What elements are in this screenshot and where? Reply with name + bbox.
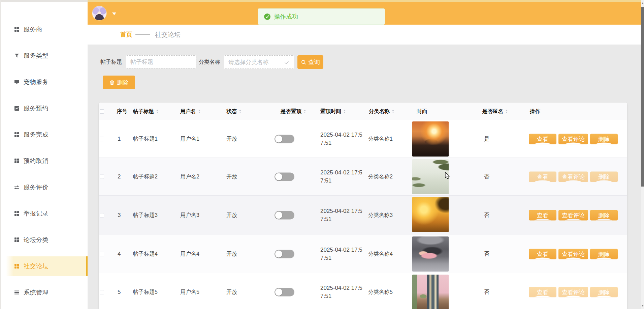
column-header-toggle[interactable]: 是否置顶: [281, 103, 306, 120]
table-row-2[interactable]: 2帖子标题2用户名2开放2025-04-02 17:57:51分类名称2否查看查…: [99, 158, 627, 196]
cell-anonymous: 否: [484, 251, 489, 258]
cell-category: 分类名称1: [368, 135, 393, 142]
grid-icon: [14, 263, 20, 269]
sidebar-item-社交论坛[interactable]: 社交论坛: [1, 253, 88, 279]
cell-index: 2: [118, 173, 121, 180]
cell-username: 用户名2: [180, 173, 199, 180]
column-header-time[interactable]: 置顶时间: [320, 103, 346, 120]
scroll-down-arrow-icon[interactable]: [642, 305, 644, 307]
column-header-cat[interactable]: 分类名称: [369, 103, 394, 120]
row-checkbox[interactable]: [100, 174, 104, 179]
column-header-anon[interactable]: 是否匿名: [482, 103, 508, 120]
row-action-查看评论-button[interactable]: 查看评论: [558, 249, 588, 259]
delete-button[interactable]: 删除: [103, 76, 135, 89]
sort-carets-icon[interactable]: [198, 110, 200, 113]
cover-image-desk-books[interactable]: [412, 275, 449, 309]
sidebar-item-服务完成[interactable]: 服务完成: [1, 121, 88, 148]
avatar-dropdown-caret-icon[interactable]: [112, 12, 116, 15]
pin-toggle[interactable]: [275, 172, 294, 181]
sidebar-item-宠物服务[interactable]: 宠物服务: [1, 69, 88, 95]
table-row-3[interactable]: 3帖子标题3用户名3开放2025-04-02 17:57:51分类名称3否查看查…: [99, 196, 627, 235]
grid-icon: [14, 237, 20, 243]
pin-toggle[interactable]: [275, 288, 294, 296]
grid-icon: [14, 211, 20, 216]
success-toast: 操作成功: [258, 8, 385, 25]
sidebar-item-label: 论坛分类: [24, 236, 49, 244]
row-action-查看-button[interactable]: 查看: [529, 249, 556, 259]
cover-image-sunset-sea[interactable]: [412, 121, 449, 157]
row-action-查看评论-button[interactable]: 查看评论: [558, 134, 588, 144]
cell-index: 1: [118, 136, 121, 142]
column-header-user[interactable]: 用户名: [180, 103, 200, 120]
row-checkbox[interactable]: [100, 290, 104, 294]
cell-anonymous: 否: [484, 173, 489, 180]
sort-carets-icon[interactable]: [506, 110, 508, 113]
cell-status: 开放: [226, 212, 237, 219]
row-action-删除-button[interactable]: 删除: [590, 210, 618, 221]
sidebar-item-论坛分类[interactable]: 论坛分类: [1, 227, 88, 253]
table-body: 1帖子标题1用户名1开放2025-04-02 17:57:51分类名称1是查看查…: [99, 120, 627, 309]
row-checkbox[interactable]: [100, 252, 104, 256]
sidebar-item-系统管理[interactable]: 系统管理: [1, 279, 88, 306]
sort-carets-icon[interactable]: [239, 110, 241, 113]
delete-button-label: 删除: [117, 79, 129, 86]
sort-carets-icon[interactable]: [344, 110, 346, 113]
column-header-label: 操作: [530, 103, 540, 120]
sidebar-item-服务预约[interactable]: 服务预约: [1, 95, 88, 121]
table-row-1[interactable]: 1帖子标题1用户名1开放2025-04-02 17:57:51分类名称1是查看查…: [99, 120, 627, 158]
breadcrumb-current: 社交论坛: [155, 25, 181, 45]
breadcrumb-home[interactable]: 首页: [120, 25, 132, 45]
scroll-up-arrow-icon[interactable]: [642, 2, 644, 4]
row-action-删除-button[interactable]: 删除: [590, 134, 618, 144]
sort-carets-icon[interactable]: [392, 110, 394, 113]
user-avatar[interactable]: [92, 6, 106, 20]
category-select[interactable]: 请选择分类名称: [224, 55, 294, 69]
sidebar-item-服务类型[interactable]: 服务类型: [1, 43, 88, 69]
sidebar-item-举报记录[interactable]: 举报记录: [1, 200, 88, 227]
trash-icon: [109, 80, 115, 85]
row-action-查看评论-button[interactable]: 查看评论: [558, 287, 588, 297]
cell-category: 分类名称4: [368, 251, 393, 258]
sidebar-item-服务评价[interactable]: 服务评价: [1, 174, 88, 200]
column-header-status[interactable]: 状态: [226, 103, 241, 120]
toggle-knob: [275, 173, 282, 180]
sidebar-item-预约取消[interactable]: 预约取消: [1, 148, 88, 174]
cover-image-golden-lake[interactable]: [412, 197, 449, 232]
cover-image-gym-workout[interactable]: [412, 236, 449, 272]
top-header-bar: 操作成功: [88, 2, 641, 25]
scrollbar[interactable]: [641, 0, 644, 309]
row-action-查看-button[interactable]: 查看: [529, 210, 556, 221]
sidebar-item-服务商[interactable]: 服务商: [1, 16, 88, 43]
row-action-删除-button[interactable]: 删除: [590, 287, 618, 297]
row-action-删除-button[interactable]: 删除: [590, 249, 618, 259]
table-row-5[interactable]: 5帖子标题5用户名5开放2025-04-02 17:57:51分类名称5否查看查…: [99, 273, 627, 309]
sort-carets-icon[interactable]: [156, 110, 158, 113]
scrollbar-thumb[interactable]: [641, 7, 644, 187]
row-checkbox[interactable]: [100, 213, 104, 218]
row-action-查看-button[interactable]: 查看: [529, 287, 556, 297]
post-title-input[interactable]: [126, 55, 196, 68]
sidebar-item-label: 服务完成: [24, 131, 49, 139]
select-all-checkbox[interactable]: [100, 109, 104, 114]
sidebar-item-label: 服务类型: [24, 52, 49, 60]
table-row-4[interactable]: 4帖子标题4用户名4开放2025-04-02 17:57:51分类名称4否查看查…: [99, 235, 627, 273]
row-action-查看-button[interactable]: 查看: [529, 134, 556, 144]
cell-anonymous: 是: [484, 135, 489, 142]
column-header-title[interactable]: 帖子标题: [133, 103, 158, 120]
search-button[interactable]: 查询: [297, 55, 323, 69]
pin-toggle[interactable]: [275, 250, 294, 258]
pin-toggle[interactable]: [275, 211, 294, 220]
cover-image-misty-tree[interactable]: [412, 159, 449, 194]
main-content: 帖子标题 分类名称 请选择分类名称 查询 删除 序号帖子标题用户名状态是否置顶置…: [88, 45, 641, 309]
row-action-查看评论-button[interactable]: 查看评论: [558, 171, 588, 182]
app-window: 服务商服务类型宠物服务服务预约服务完成预约取消服务评价举报记录论坛分类社交论坛系…: [0, 0, 644, 309]
table-header-row: 序号帖子标题用户名状态是否置顶置顶时间分类名称封面是否匿名操作: [99, 103, 627, 120]
pin-toggle[interactable]: [275, 135, 294, 143]
cell-pin-time: 2025-04-02 17:57:51: [320, 131, 363, 147]
row-checkbox[interactable]: [100, 137, 104, 141]
row-action-查看评论-button[interactable]: 查看评论: [558, 210, 588, 221]
row-action-查看-button[interactable]: 查看: [529, 171, 556, 182]
row-action-删除-button[interactable]: 删除: [590, 171, 618, 182]
sort-carets-icon[interactable]: [304, 110, 306, 113]
sidebar-item-label: 宠物服务: [24, 78, 49, 86]
